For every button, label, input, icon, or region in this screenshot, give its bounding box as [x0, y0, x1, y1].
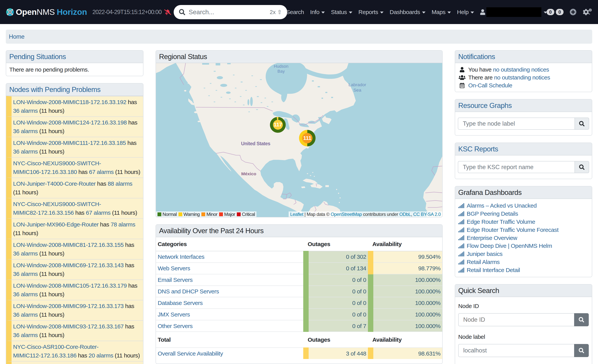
svg-text:Bay: Bay — [277, 69, 285, 74]
svg-text:México: México — [241, 171, 256, 176]
svg-text:Hudson: Hudson — [274, 64, 288, 69]
svg-text:Sea: Sea — [354, 88, 361, 93]
svg-text:United States: United States — [241, 141, 270, 146]
svg-text:Labrador: Labrador — [349, 82, 366, 87]
